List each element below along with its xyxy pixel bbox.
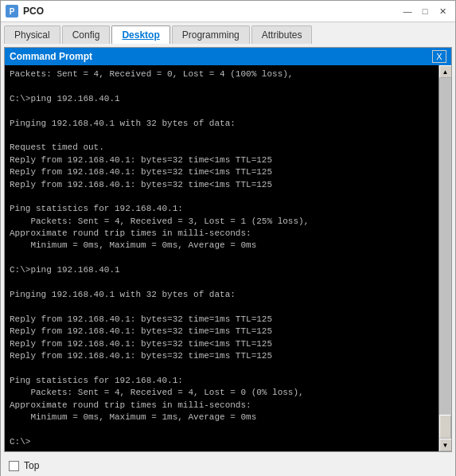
cmd-title-text: Command Prompt: [10, 51, 92, 62]
scrollbar-thumb[interactable]: [439, 415, 451, 439]
cmd-close-button[interactable]: X: [432, 50, 446, 63]
title-bar: P PCO — □ ✕: [1, 1, 455, 22]
top-checkbox[interactable]: [9, 461, 19, 471]
scrollbar-down-button[interactable]: ▼: [439, 439, 452, 451]
app-icon: P: [6, 5, 18, 18]
tab-physical[interactable]: Physical: [4, 25, 60, 44]
tab-bar: Physical Config Desktop Programming Attr…: [1, 22, 455, 44]
terminal-wrapper: Packets: Sent = 4, Received = 0, Lost = …: [5, 65, 451, 451]
cmd-window: Command Prompt X Packets: Sent = 4, Rece…: [4, 47, 452, 452]
terminal-scrollbar: ▲ ▼: [438, 65, 451, 451]
window-title: PCO: [23, 6, 395, 17]
minimize-button[interactable]: —: [399, 4, 415, 18]
close-button[interactable]: ✕: [435, 4, 450, 18]
tab-programming[interactable]: Programming: [172, 25, 250, 44]
scrollbar-track[interactable]: [439, 78, 451, 439]
top-label: Top: [24, 460, 39, 471]
window-controls: — □ ✕: [399, 4, 450, 18]
bottom-bar: Top: [4, 455, 452, 476]
tab-attributes[interactable]: Attributes: [251, 25, 313, 44]
terminal-content[interactable]: Packets: Sent = 4, Received = 0, Lost = …: [5, 65, 438, 451]
cmd-title-bar: Command Prompt X: [5, 48, 451, 65]
main-content: Command Prompt X Packets: Sent = 4, Rece…: [1, 44, 455, 476]
maximize-button[interactable]: □: [417, 4, 433, 18]
tab-config[interactable]: Config: [62, 25, 111, 44]
main-window: P PCO — □ ✕ Physical Config Desktop Prog…: [0, 0, 456, 476]
scrollbar-up-button[interactable]: ▲: [439, 65, 452, 78]
tab-desktop[interactable]: Desktop: [111, 25, 170, 44]
